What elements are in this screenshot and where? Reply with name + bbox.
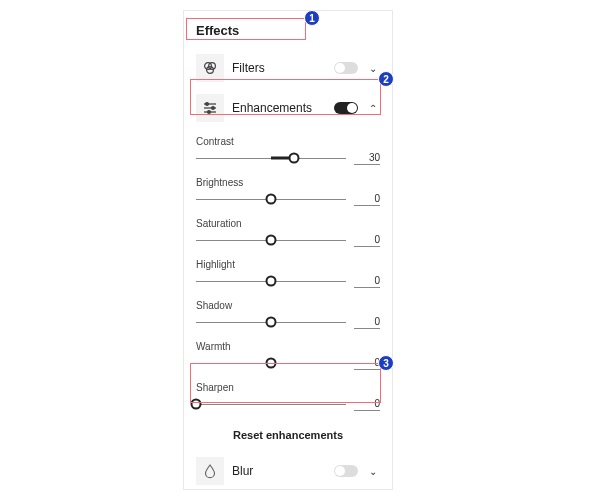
- slider-thumb[interactable]: [266, 235, 277, 246]
- filters-toggle[interactable]: [334, 62, 358, 74]
- slider-track[interactable]: [196, 395, 346, 413]
- slider-highlight: Highlight0: [196, 255, 380, 296]
- slider-thumb[interactable]: [191, 399, 202, 410]
- slider-thumb[interactable]: [266, 317, 277, 328]
- slider-shadow: Shadow0: [196, 296, 380, 337]
- slider-track[interactable]: [196, 190, 346, 208]
- slider-thumb[interactable]: [266, 194, 277, 205]
- reset-enhancements-button[interactable]: Reset enhancements: [196, 421, 380, 451]
- enhancements-toggle[interactable]: [334, 102, 358, 114]
- slider-label: Highlight: [196, 259, 380, 272]
- blur-toggle[interactable]: [334, 465, 358, 477]
- slider-track[interactable]: [196, 231, 346, 249]
- slider-label: Brightness: [196, 177, 380, 190]
- blur-icon: [196, 457, 224, 485]
- blur-label: Blur: [232, 464, 326, 478]
- slider-value[interactable]: 30: [354, 152, 380, 165]
- slider-label: Saturation: [196, 218, 380, 231]
- svg-point-8: [208, 111, 211, 114]
- svg-point-6: [206, 103, 209, 106]
- slider-thumb[interactable]: [266, 358, 277, 369]
- slider-value[interactable]: 0: [354, 398, 380, 411]
- slider-value[interactable]: 0: [354, 357, 380, 370]
- slider-track[interactable]: [196, 354, 346, 372]
- panel-title: Effects: [196, 19, 380, 48]
- slider-value[interactable]: 0: [354, 193, 380, 206]
- enhancements-sliders: Contrast30Brightness0Saturation0Highligh…: [196, 128, 380, 421]
- filters-icon: [196, 54, 224, 82]
- slider-value[interactable]: 0: [354, 234, 380, 247]
- slider-label: Sharpen: [196, 382, 380, 395]
- svg-point-7: [212, 107, 215, 110]
- expand-blur-icon[interactable]: ⌄: [366, 466, 380, 477]
- svg-point-2: [207, 67, 214, 74]
- effects-panel: Effects Filters ⌄ Enhancements ⌃ Contras…: [183, 10, 393, 490]
- slider-label: Warmth: [196, 341, 380, 354]
- slider-label: Shadow: [196, 300, 380, 313]
- blur-row[interactable]: Blur ⌄: [196, 451, 380, 490]
- slider-value[interactable]: 0: [354, 275, 380, 288]
- slider-saturation: Saturation0: [196, 214, 380, 255]
- slider-track[interactable]: [196, 313, 346, 331]
- filters-label: Filters: [232, 61, 326, 75]
- slider-track[interactable]: [196, 272, 346, 290]
- slider-contrast: Contrast30: [196, 132, 380, 173]
- slider-thumb[interactable]: [288, 153, 299, 164]
- slider-label: Contrast: [196, 136, 380, 149]
- enhancements-label: Enhancements: [232, 101, 326, 115]
- filters-row[interactable]: Filters ⌄: [196, 48, 380, 88]
- expand-filters-icon[interactable]: ⌄: [366, 63, 380, 74]
- collapse-enhancements-icon[interactable]: ⌃: [366, 103, 380, 114]
- enhancements-row[interactable]: Enhancements ⌃: [196, 88, 380, 128]
- slider-sharpen: Sharpen0: [196, 378, 380, 419]
- slider-value[interactable]: 0: [354, 316, 380, 329]
- enhancements-icon: [196, 94, 224, 122]
- slider-thumb[interactable]: [266, 276, 277, 287]
- slider-warmth: Warmth0: [196, 337, 380, 378]
- slider-brightness: Brightness0: [196, 173, 380, 214]
- slider-track[interactable]: [196, 149, 346, 167]
